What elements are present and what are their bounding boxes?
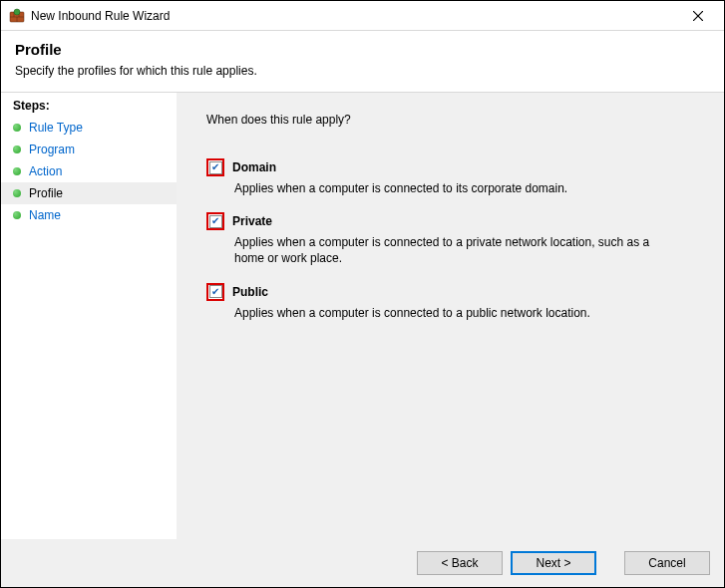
step-bullet-icon (13, 124, 21, 132)
checkmark-icon: ✔ (211, 162, 219, 172)
checkbox-public[interactable]: ✔ (206, 283, 224, 301)
button-bar: < Back Next > Cancel (1, 539, 724, 587)
checkmark-icon: ✔ (211, 287, 219, 297)
cancel-button[interactable]: Cancel (624, 551, 710, 575)
body-area: Steps: Rule Type Program Action Profile … (1, 93, 724, 539)
option-domain: ✔ Domain Applies when a computer is conn… (206, 158, 700, 196)
page-title: Profile (15, 41, 710, 58)
option-label: Private (232, 214, 272, 228)
close-icon (693, 8, 703, 24)
checkbox-domain[interactable]: ✔ (206, 158, 224, 176)
step-action[interactable]: Action (1, 160, 177, 182)
step-label: Action (29, 164, 62, 178)
option-label: Domain (232, 160, 276, 174)
step-bullet-icon (13, 211, 21, 219)
step-label: Name (29, 208, 61, 222)
step-program[interactable]: Program (1, 139, 177, 160)
option-row: ✔ Domain (206, 158, 700, 176)
option-desc: Applies when a computer is connected to … (234, 180, 673, 196)
option-row: ✔ Private (206, 212, 700, 230)
option-label: Public (232, 285, 268, 299)
content-panel: When does this rule apply? ✔ Domain Appl… (177, 93, 724, 539)
option-desc: Applies when a computer is connected to … (234, 305, 673, 321)
step-label: Rule Type (29, 121, 83, 135)
checkbox-inner: ✔ (209, 215, 222, 228)
window-title: New Inbound Rule Wizard (31, 9, 678, 23)
checkbox-inner: ✔ (209, 161, 222, 174)
checkbox-private[interactable]: ✔ (206, 212, 224, 230)
back-button[interactable]: < Back (417, 551, 503, 575)
firewall-icon (9, 8, 25, 24)
step-profile[interactable]: Profile (1, 182, 177, 204)
step-label: Program (29, 143, 75, 156)
next-button[interactable]: Next > (511, 551, 596, 575)
content-prompt: When does this rule apply? (206, 113, 700, 127)
header-section: Profile Specify the profiles for which t… (1, 31, 724, 93)
option-public: ✔ Public Applies when a computer is conn… (206, 283, 700, 321)
steps-panel: Steps: Rule Type Program Action Profile … (1, 93, 177, 539)
step-bullet-icon (13, 167, 21, 175)
checkbox-inner: ✔ (209, 285, 222, 298)
titlebar: New Inbound Rule Wizard (1, 1, 724, 31)
step-label: Profile (29, 186, 63, 200)
option-desc: Applies when a computer is connected to … (234, 234, 673, 266)
wizard-window: New Inbound Rule Wizard Profile Specify … (0, 0, 725, 588)
option-row: ✔ Public (206, 283, 700, 301)
step-bullet-icon (13, 189, 21, 197)
checkmark-icon: ✔ (211, 216, 219, 226)
close-button[interactable] (678, 2, 718, 30)
svg-point-5 (14, 9, 20, 15)
option-private: ✔ Private Applies when a computer is con… (206, 212, 700, 266)
step-rule-type[interactable]: Rule Type (1, 117, 177, 139)
step-bullet-icon (13, 146, 21, 153)
page-subtitle: Specify the profiles for which this rule… (15, 64, 710, 78)
steps-header: Steps: (1, 99, 177, 117)
step-name[interactable]: Name (1, 204, 177, 226)
